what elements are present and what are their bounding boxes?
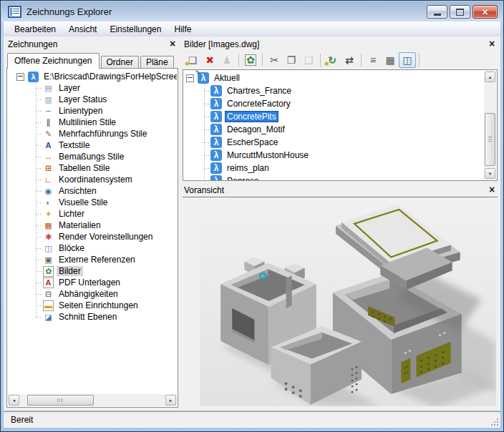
list-view-button[interactable]: ≡ [364, 52, 382, 68]
minus-expander-icon[interactable] [186, 74, 194, 82]
views-icon: ◉ [43, 186, 54, 197]
close-bilder-panel-button[interactable]: × [486, 39, 498, 50]
text-styles-icon: A [43, 140, 54, 151]
close-button[interactable]: × [472, 5, 498, 19]
tree-item-abh-ngigkeiten[interactable]: ⊟Abhängigkeiten [7, 288, 177, 300]
refresh-button[interactable]: ⇄ [341, 52, 358, 68]
dwg-file-icon: λ [28, 72, 39, 82]
image-item-label: ConcretePits [225, 111, 278, 122]
toolbar-separator [262, 54, 263, 67]
purge-button[interactable]: ♟ [218, 52, 236, 68]
image-item-concretepits[interactable]: λConcretePits [183, 110, 484, 123]
page-setups-icon: ▬ [43, 300, 54, 311]
dwg-file-icon: λ [210, 162, 222, 174]
tree-item-externe-referenzen[interactable]: ▣Externe Referenzen [7, 254, 177, 265]
tree-item-layer-status[interactable]: ▥Layer Status [7, 94, 177, 105]
tree-item-bl-cke[interactable]: ◫Blöcke [7, 242, 177, 254]
close-voransicht-panel-button[interactable]: × [486, 185, 498, 196]
tree-item-label: Bilder [57, 266, 83, 276]
horizontal-scrollbar[interactable]: ◄ ► [8, 394, 177, 406]
image-item-reims-plan[interactable]: λreims_plan [183, 162, 484, 175]
insert-image-button[interactable]: ✿ [242, 52, 259, 68]
toolbar-separator [419, 54, 420, 67]
new-image-button[interactable]: ❏✱ [184, 52, 201, 68]
horizontal-scroll-thumb[interactable] [27, 395, 94, 406]
image-item-concretefactory[interactable]: λConcreteFactory [183, 97, 484, 110]
tree-root-drawing-path[interactable]: λE:\Bricscad\DrawingsForHelpScree [7, 71, 177, 82]
delete-button[interactable]: ✖ [201, 52, 218, 68]
icons-view-icon: ▦ [384, 54, 396, 66]
tree-item-layer[interactable]: ▤Layer [7, 82, 177, 94]
menu-einstellungen[interactable]: Einstellungen [103, 22, 168, 36]
tree-item-seiten-einrichtungen[interactable]: ▬Seiten Einrichtungen [7, 300, 177, 311]
tree-item-pdf-unterlagen[interactable]: APDF Unterlagen [7, 277, 177, 288]
vertical-scrollbar[interactable]: ▲ ▼ [484, 71, 496, 180]
close-zeichnungen-panel-button[interactable]: × [167, 39, 178, 50]
images-root-aktuell[interactable]: λ✎Aktuell [183, 72, 484, 84]
tree-item-tabellen-stile[interactable]: ⊞Tabellen Stile [7, 162, 177, 174]
linetypes-icon: ┄ [43, 106, 54, 117]
minus-expander-icon[interactable] [16, 73, 24, 81]
tree-item-label: Bemaßungs Stile [57, 152, 126, 162]
image-item-label: Penrose [225, 175, 261, 181]
icons-view-button[interactable]: ▦ [382, 52, 399, 68]
image-item-escherspace[interactable]: λEscherSpace [183, 136, 484, 149]
tab-pl-ne[interactable]: Pläne [140, 56, 174, 68]
image-item-chartres-france[interactable]: λChartres_France [183, 84, 484, 97]
image-item-murcuttmustonhouse[interactable]: λMurcuttMustonHouse [183, 149, 484, 162]
dwg-file-icon: λ [210, 124, 222, 135]
tree-item-mehrfachf-hrungs-stile[interactable]: ✎Mehrfachführungs Stile [7, 128, 177, 139]
paste-button[interactable]: ❑ [300, 52, 317, 68]
tree-item-schnitt-ebenen[interactable]: ◪Schnitt Ebenen [7, 311, 177, 323]
horizontal-scroll-track[interactable] [20, 394, 165, 406]
image-item-penrose[interactable]: λPenrose [183, 175, 484, 181]
scroll-left-icon[interactable]: ◄ [9, 395, 19, 406]
tree-item-bilder[interactable]: ✿Bilder [7, 265, 177, 277]
tree-item-render-voreinstellungen[interactable]: ✱Render Voreinstellungen [7, 231, 177, 242]
cut-button[interactable]: ✂ [266, 52, 283, 68]
layer-status-icon: ▥ [43, 94, 54, 105]
tree-item-multilinien-stile[interactable]: ∥Multilinien Stile [7, 117, 177, 128]
render-presets-icon: ✱ [43, 232, 54, 242]
tree-item-bema-ungs-stile[interactable]: ↔Bemaßungs Stile [7, 151, 177, 162]
zeichnungs-explorer-window: Zeichnungs Explorer × BearbeitenAnsichtE… [0, 0, 504, 432]
title-bar[interactable]: Zeichnungs Explorer × [1, 1, 503, 21]
details-view-button[interactable]: ◫ [399, 52, 416, 68]
tree-item-visuelle-stile[interactable]: ◐Visuelle Stile [7, 197, 177, 208]
external-references-icon: ▣ [43, 255, 54, 265]
coordinate-system-icon: ∟ [43, 175, 54, 185]
images-list: λ✎AktuellλChartres_FranceλConcreteFactor… [183, 69, 498, 181]
resize-grip-icon[interactable] [489, 416, 498, 426]
tab-ordner[interactable]: Ordner [101, 56, 139, 68]
scroll-right-icon[interactable]: ► [165, 395, 176, 406]
scroll-down-icon[interactable]: ▼ [485, 168, 495, 179]
tree-item-koordinatensystem[interactable]: ∟Koordinatensystem [7, 174, 177, 185]
vertical-scroll-thumb[interactable] [485, 113, 495, 166]
copy-button[interactable]: ❐ [283, 52, 300, 68]
menu-ansicht[interactable]: Ansicht [62, 22, 103, 36]
restore-button[interactable] [450, 5, 470, 19]
copy-icon: ❐ [286, 54, 297, 66]
status-bar: Bereit [4, 411, 500, 428]
vertical-scroll-track[interactable] [484, 83, 496, 167]
minimize-button[interactable] [427, 5, 447, 19]
image-item-decagon-motif[interactable]: λDecagon_Motif [183, 123, 484, 136]
replace-image-button[interactable]: ↻✱ [324, 52, 341, 68]
tree-item-label: Koordinatensystem [57, 175, 135, 185]
app-icon [8, 6, 21, 18]
menu-bar: BearbeitenAnsichtEinstellungenHilfe [4, 21, 500, 36]
zeichnungen-panel-title: Zeichnungen [6, 39, 167, 49]
tree-item-lichter[interactable]: ✶Lichter [7, 208, 177, 220]
menu-hilfe[interactable]: Hilfe [168, 22, 198, 36]
tree-item-label: Abhängigkeiten [57, 289, 120, 299]
tab-offene-zeichnungen[interactable]: Offene Zeichnungen [7, 53, 100, 69]
image-item-label: ConcreteFactory [225, 98, 293, 109]
menu-bearbeiten[interactable]: Bearbeiten [8, 22, 62, 36]
client-area: Zeichnungen × Offene ZeichnungenOrdnerPl… [4, 36, 500, 411]
tree-item-linientypen[interactable]: ┄Linientypen [7, 105, 177, 117]
multiline-styles-icon: ∥ [43, 117, 54, 128]
tree-item-textstile[interactable]: ATextstile [7, 139, 177, 151]
scroll-up-icon[interactable]: ▲ [485, 72, 495, 82]
tree-item-ansichten[interactable]: ◉Ansichten [7, 185, 177, 197]
tree-item-materialien[interactable]: ▦Materialien [7, 220, 177, 231]
